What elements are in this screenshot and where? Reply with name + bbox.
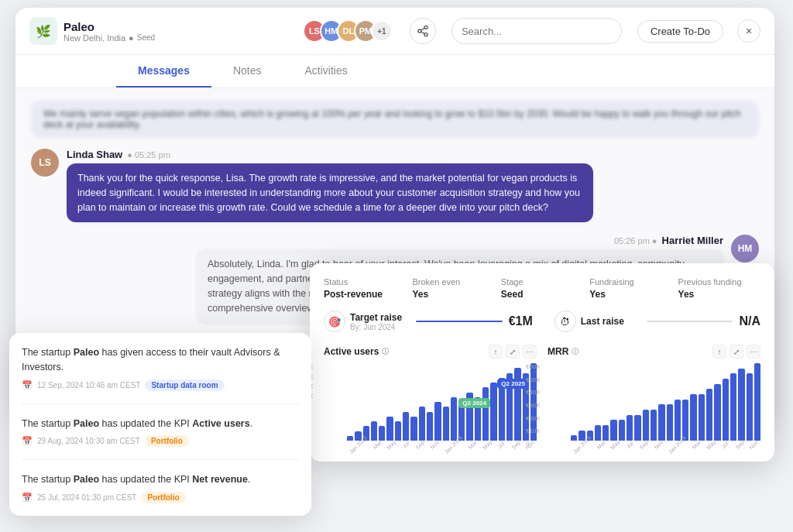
activity-meta-1: 📅 12 Sep, 2024 10:46 am CEST Startup dat… <box>22 379 299 391</box>
message-content-linda: Linda Shaw ● 05:25 pm Thank you for the … <box>67 149 593 222</box>
stat-prev-funding: Previous funding Yes <box>678 277 760 300</box>
annotation-q2-2024: Q2 2024 <box>458 398 490 408</box>
active-users-bar-10 <box>427 412 433 441</box>
logo-area: 🌿 Paleo New Delhi, India ● Seed <box>29 17 155 45</box>
msg-bubble-linda: Thank you for the quick response, Lisa. … <box>67 163 593 222</box>
active-users-x-labels: Jan 2023 Mar May Jul Sep Nov Jan 2024 Ma… <box>347 442 537 448</box>
mrr-bar-20 <box>730 373 736 441</box>
active-users-bar-0 <box>347 436 353 441</box>
active-users-bar-6 <box>395 421 401 441</box>
activity-item-2: The startup Paleo has updated the KPI Ac… <box>22 417 299 461</box>
blurred-message: We mainly serve vegan population within … <box>31 101 759 138</box>
mrr-bar-12 <box>667 404 673 441</box>
target-raise-icon: 🎯 <box>324 311 345 332</box>
active-users-title: Active users ⓘ <box>324 346 389 357</box>
mrr-bar-19 <box>723 379 729 441</box>
search-input[interactable] <box>451 18 622 44</box>
stat-stage-label: Stage <box>501 277 583 287</box>
mrr-bar-23 <box>754 363 760 441</box>
charts-row: Active users ⓘ ↑ ⤢ ⋯ 16K 14K 12K 10K 8K … <box>324 345 760 448</box>
last-raise-icon: ⏱ <box>554 311 576 332</box>
activity-date-2: 29 Aug, 2024 10:30 am CEST <box>37 437 140 445</box>
avatar-count: +1 <box>371 20 393 42</box>
target-raise-sub: By: Jun 2024 <box>350 323 402 331</box>
mrr-chart: MRR ⓘ ↑ ⤢ ⋯ €60K €50K €40K €30K €20K €10… <box>548 345 760 448</box>
tab-notes[interactable]: Notes <box>211 55 283 88</box>
mrr-bar-22 <box>747 373 753 441</box>
tab-activities[interactable]: Activities <box>283 55 369 88</box>
svg-point-1 <box>418 29 421 33</box>
active-users-chart: Active users ⓘ ↑ ⤢ ⋯ 16K 14K 12K 10K 8K … <box>324 345 537 448</box>
mrr-actions: ↑ ⤢ ⋯ <box>712 345 760 359</box>
mrr-bar-13 <box>675 400 681 441</box>
mrr-bar-16 <box>699 394 705 441</box>
active-users-bar-17 <box>482 387 489 441</box>
active-users-bar-8 <box>410 417 417 441</box>
mrr-y-labels: €60K €50K €40K €30K €20K €10K 0 <box>526 363 541 448</box>
mrr-bar-17 <box>706 389 712 441</box>
last-raise-item: ⏱ Last raise <box>554 311 640 332</box>
activity-text-1: The startup Paleo has given access to th… <box>22 345 299 375</box>
activity-badge-1: Startup data room <box>145 379 224 391</box>
stat-broken-even-label: Broken even <box>412 277 494 287</box>
stat-broken-even: Broken even Yes <box>412 277 494 300</box>
chart-expand-btn[interactable]: ⤢ <box>506 345 520 359</box>
sender-row-harriet: 05:26 pm ● Harriet Miller <box>197 235 723 246</box>
svg-line-3 <box>421 32 425 34</box>
stats-overlay: Status Post-revenue Broken even Yes Stag… <box>310 263 774 462</box>
activity-item-3: The startup Paleo has updated the KPI Ne… <box>22 472 299 503</box>
tabs: Messages Notes Activities <box>15 55 774 88</box>
sender-name-linda: Linda Shaw <box>67 149 122 160</box>
mrr-bar-9 <box>643 410 649 441</box>
avatar-linda: LS <box>31 149 59 177</box>
msg-time-harriet: 05:26 pm ● <box>614 236 657 245</box>
chart-upload-btn[interactable]: ↑ <box>489 345 503 359</box>
raise-line-blue <box>416 321 502 322</box>
active-users-bar-11 <box>434 402 441 441</box>
active-users-header: Active users ⓘ ↑ ⤢ ⋯ <box>324 345 537 359</box>
activity-text-3: The startup Paleo has updated the KPI Ne… <box>22 472 299 487</box>
activity-badge-3: Portfolio <box>141 492 185 503</box>
mrr-bar-10 <box>651 410 657 441</box>
active-users-bar-12 <box>443 407 449 441</box>
target-raise-title: Target raise <box>350 312 402 323</box>
create-todo-button[interactable]: Create To-Do <box>637 20 723 43</box>
active-users-bars <box>347 363 537 441</box>
mrr-wrapper: €60K €50K €40K €30K €20K €10K 0 Jan 2023… <box>548 363 760 448</box>
mrr-upload-btn[interactable]: ↑ <box>712 345 726 359</box>
tab-empty-2[interactable] <box>73 55 116 88</box>
sender-name-harriet: Harriet Miller <box>662 235 723 246</box>
active-users-bar-13 <box>451 397 457 441</box>
header: 🌿 Paleo New Delhi, India ● Seed LS HM DL… <box>15 8 774 55</box>
stat-broken-even-value: Yes <box>412 289 494 300</box>
company-location: New Delhi, India <box>64 33 125 43</box>
mrr-bar-0 <box>571 435 577 441</box>
mrr-bar-8 <box>634 415 640 441</box>
target-raise-info: Target raise By: Jun 2024 <box>350 312 402 331</box>
msg-time-linda: ● 05:25 pm <box>127 150 170 160</box>
share-button[interactable] <box>410 18 436 44</box>
tab-empty-1[interactable] <box>29 55 73 88</box>
company-meta: New Delhi, India ● Seed <box>64 33 155 43</box>
stat-status-value: Post-revenue <box>324 289 406 300</box>
raise-line-gray <box>647 321 733 322</box>
mrr-more-btn[interactable]: ⋯ <box>747 345 760 359</box>
last-raise-info: Last raise <box>581 316 624 327</box>
stat-prev-funding-label: Previous funding <box>678 277 760 287</box>
mrr-expand-btn[interactable]: ⤢ <box>729 345 743 359</box>
stats-grid: Status Post-revenue Broken even Yes Stag… <box>324 277 760 300</box>
activity-meta-3: 📅 25 Jul, 2024 01:30 pm CEST Portfolio <box>22 492 299 503</box>
last-raise-title: Last raise <box>581 316 624 327</box>
last-raise-amount: N/A <box>739 314 760 328</box>
chart-more-btn[interactable]: ⋯ <box>523 345 537 359</box>
mrr-title: MRR ⓘ <box>548 346 578 357</box>
activity-date-3: 25 Jul, 2024 01:30 pm CEST <box>37 493 136 502</box>
company-logo: 🌿 <box>29 17 57 45</box>
stat-fundraising: Fundraising Yes <box>589 277 671 300</box>
stat-prev-funding-value: Yes <box>678 289 760 300</box>
mrr-header: MRR ⓘ ↑ ⤢ ⋯ <box>548 345 760 359</box>
company-stage: Seed <box>137 33 155 42</box>
tab-messages[interactable]: Messages <box>116 55 211 88</box>
close-button[interactable]: × <box>737 19 760 43</box>
mrr-bar-7 <box>627 415 633 441</box>
